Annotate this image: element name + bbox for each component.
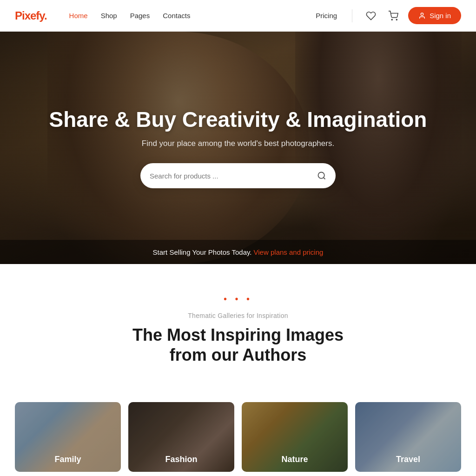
nav-home[interactable]: Home [69, 12, 88, 20]
gallery-card-family[interactable]: Family [15, 402, 121, 472]
brand-name: Pixefy [15, 9, 44, 22]
nav-shop[interactable]: Shop [101, 12, 117, 20]
signin-label: Sign in [430, 12, 451, 20]
gallery-grid: Family Fashion Nature Travel [0, 402, 476, 472]
navbar: Pixefy. Home Shop Pages Contacts Pricing… [0, 0, 476, 32]
gallery-card-nature[interactable]: Nature [242, 402, 348, 472]
family-label: Family [15, 455, 121, 464]
search-button[interactable] [317, 171, 326, 180]
search-icon [317, 171, 326, 180]
hero-subtitle: Find your place among the world's best p… [142, 139, 334, 148]
section-subtitle: Thematic Galleries for Inspiration [15, 312, 461, 319]
hero-bottom-text: Start Selling Your Photos Today. [153, 248, 252, 256]
user-icon [418, 12, 426, 20]
cart-icon [388, 11, 398, 21]
wishlist-button[interactable] [364, 8, 378, 23]
hero-content: Share & Buy Creativity & Imagination Fin… [0, 32, 476, 264]
hero-title: Share & Buy Creativity & Imagination [49, 107, 427, 132]
nav-divider [352, 9, 352, 22]
hero-bottom-bar: Start Selling Your Photos Today. View pl… [0, 240, 476, 264]
svg-point-2 [421, 13, 423, 15]
nav-pages[interactable]: Pages [130, 12, 150, 20]
gallery-card-travel[interactable]: Travel [355, 402, 461, 472]
sign-in-button[interactable]: Sign in [408, 7, 461, 24]
search-bar [140, 163, 336, 188]
brand-logo[interactable]: Pixefy. [15, 9, 47, 22]
travel-label: Travel [355, 455, 461, 464]
svg-point-1 [397, 19, 397, 20]
search-input[interactable] [150, 172, 317, 180]
svg-point-0 [391, 19, 392, 20]
hero-bottom-link[interactable]: View plans and pricing [254, 248, 324, 256]
nav-contacts[interactable]: Contacts [163, 12, 190, 20]
gallery-card-fashion[interactable]: Fashion [128, 402, 234, 472]
svg-line-4 [324, 178, 325, 179]
navbar-right: Pricing Sign in [316, 7, 461, 24]
svg-point-3 [318, 172, 324, 178]
cart-button[interactable] [386, 8, 401, 23]
fashion-label: Fashion [128, 455, 234, 464]
pricing-link[interactable]: Pricing [316, 12, 337, 20]
heart-icon [366, 11, 376, 21]
nav-links: Home Shop Pages Contacts [69, 12, 316, 20]
hero-section: Share & Buy Creativity & Imagination Fin… [0, 32, 476, 264]
nature-label: Nature [242, 455, 348, 464]
brand-dot: . [44, 9, 47, 22]
galleries-section: • • • Thematic Galleries for Inspiration… [0, 264, 476, 402]
section-dots: • • • [15, 294, 461, 304]
section-title: The Most Inspiring Imagesfrom our Author… [15, 325, 461, 365]
